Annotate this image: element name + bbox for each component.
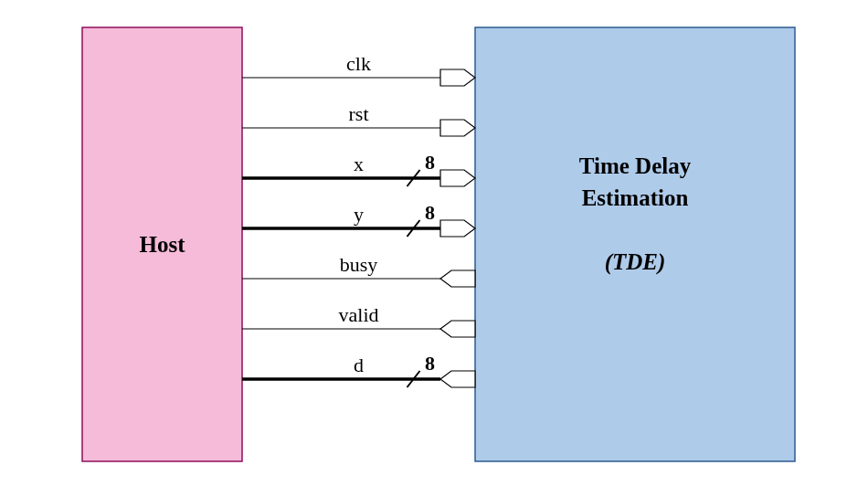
bus-width-x: 8 [408, 151, 436, 186]
bus-width-d: 8 [408, 352, 436, 387]
signal-label-rst: rst [349, 102, 369, 125]
signal-label-y: y [354, 203, 364, 226]
signal-label-busy: busy [340, 253, 378, 276]
arrow-right-icon [440, 120, 475, 136]
arrow-right-icon [440, 220, 475, 237]
tde-block [475, 27, 795, 461]
signal-label-valid: valid [339, 303, 379, 326]
arrow-left-icon [440, 321, 475, 337]
bus-width-y: 8 [408, 201, 436, 237]
tde-subtitle: (TDE) [605, 249, 666, 275]
arrow-left-icon [440, 371, 475, 387]
signal-label-d: d [354, 354, 364, 376]
signal-label-clk: clk [346, 52, 371, 75]
arrow-right-icon [440, 69, 475, 86]
host-label: Host [140, 232, 186, 257]
tde-title-line2: Estimation [582, 185, 689, 210]
signal-label-x: x [354, 153, 364, 175]
svg-text:8: 8 [425, 201, 435, 224]
arrow-right-icon [440, 170, 475, 186]
svg-text:8: 8 [425, 151, 435, 174]
arrow-left-icon [440, 270, 475, 287]
svg-text:8: 8 [425, 352, 435, 375]
tde-title-line1: Time Delay [579, 153, 692, 178]
